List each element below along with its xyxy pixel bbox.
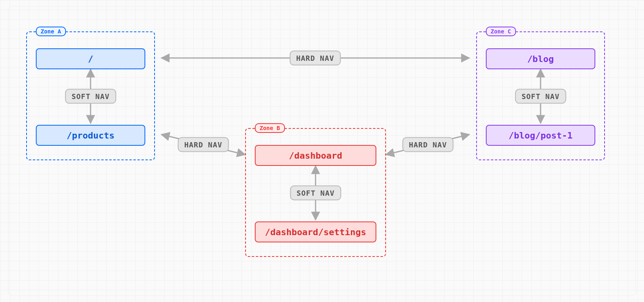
route-a-1: / <box>36 48 145 69</box>
hardnav-pill-ab: HARD NAV <box>178 137 229 152</box>
route-b-1: /dashboard <box>255 145 376 166</box>
softnav-pill-b: SOFT NAV <box>290 186 341 201</box>
hardnav-pill-bc: HARD NAV <box>402 137 454 152</box>
zone-a-label: Zone A <box>36 27 66 36</box>
softnav-pill-a: SOFT NAV <box>65 89 116 104</box>
hardnav-pill-ac: HARD NAV <box>290 51 341 66</box>
zone-b-label: Zone B <box>255 123 285 133</box>
softnav-pill-c: SOFT NAV <box>515 89 566 104</box>
route-b-2: /dashboard/settings <box>255 221 376 242</box>
route-a-2: /products <box>36 125 145 146</box>
zone-c-label: Zone C <box>486 27 516 36</box>
route-c-2: /blog/post-1 <box>486 125 595 146</box>
diagram-stage: Zone A / /products Zone B /dashboard /da… <box>8 6 636 296</box>
route-c-1: /blog <box>486 48 595 69</box>
